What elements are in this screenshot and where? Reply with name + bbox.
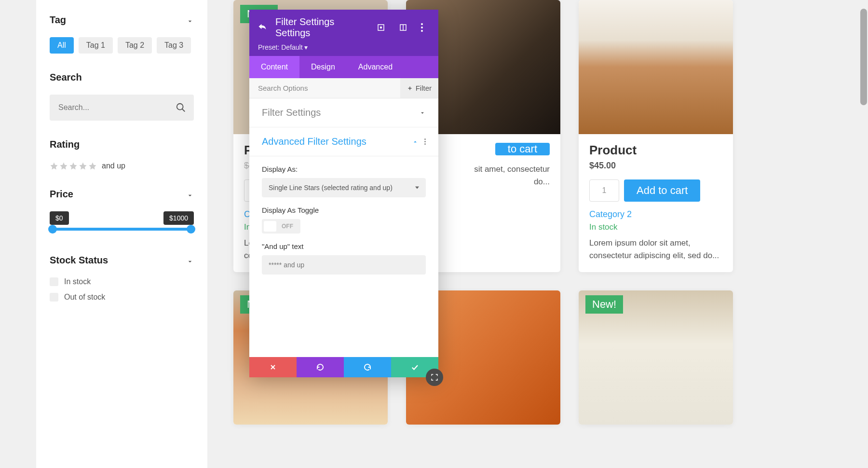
rating-suffix: and up bbox=[102, 162, 125, 170]
rating-filter[interactable]: and up bbox=[50, 162, 194, 170]
section-label: Advanced Filter Settings bbox=[262, 136, 366, 147]
back-icon[interactable] bbox=[258, 22, 267, 33]
product-price: $45.00 bbox=[589, 161, 722, 171]
tag-all[interactable]: All bbox=[50, 37, 74, 54]
stock-opt-label: In stock bbox=[64, 277, 91, 286]
add-to-cart-button[interactable]: to cart bbox=[495, 143, 550, 155]
price-label: Price bbox=[50, 189, 73, 200]
tag-title: Tag bbox=[50, 14, 194, 26]
tag-3[interactable]: Tag 3 bbox=[157, 37, 191, 54]
product-card: Product $45.00 Add to cart Category 2 In… bbox=[579, 0, 733, 272]
category-link[interactable]: Category 2 bbox=[589, 209, 722, 220]
product-title: Product bbox=[589, 143, 722, 158]
tag-2[interactable]: Tag 2 bbox=[118, 37, 152, 54]
resize-handle[interactable] bbox=[426, 369, 443, 386]
price-min: $0 bbox=[50, 211, 69, 225]
stock-label: Stock Status bbox=[50, 255, 108, 266]
modal-title: Filter Settings Settings bbox=[275, 16, 363, 39]
search-box bbox=[50, 95, 194, 121]
product-desc: Lorem ipsum dolor sit amet, consectetur … bbox=[589, 237, 722, 262]
display-toggle-label: Display As Toggle bbox=[262, 206, 426, 214]
search-label: Search bbox=[50, 72, 82, 83]
andup-label: "And up" text bbox=[262, 242, 426, 250]
filters-sidebar: Tag All Tag 1 Tag 2 Tag 3 Search Rating bbox=[36, 0, 207, 468]
modal-footer bbox=[249, 357, 438, 377]
tab-design[interactable]: Design bbox=[299, 56, 347, 78]
cancel-button[interactable] bbox=[249, 357, 297, 377]
chevron-down-icon bbox=[419, 110, 426, 116]
tag-1[interactable]: Tag 1 bbox=[79, 37, 113, 54]
chevron-up-icon bbox=[412, 138, 419, 145]
filter-btn-label: Filter bbox=[416, 84, 432, 92]
tab-content[interactable]: Content bbox=[249, 56, 299, 78]
more-icon[interactable] bbox=[421, 23, 430, 32]
search-input[interactable] bbox=[50, 95, 194, 121]
toggle-state: OFF bbox=[276, 223, 298, 230]
columns-icon[interactable] bbox=[399, 23, 407, 32]
andup-input[interactable] bbox=[262, 255, 426, 275]
preset-label[interactable]: Preset: Default ▾ bbox=[258, 43, 430, 51]
slider-handle-min[interactable] bbox=[48, 225, 57, 234]
display-as-label: Display As: bbox=[262, 165, 426, 173]
display-toggle[interactable]: OFF bbox=[262, 219, 300, 234]
modal-body: Display As: Single Line Stars (selected … bbox=[249, 156, 438, 357]
rating-title: Rating bbox=[50, 139, 194, 150]
svg-point-0 bbox=[177, 104, 183, 110]
price-title: Price bbox=[50, 189, 194, 200]
stars-icon bbox=[50, 162, 97, 170]
tag-label: Tag bbox=[50, 14, 66, 26]
modal-header: Filter Settings Settings Preset: Default… bbox=[249, 10, 438, 56]
chevron-down-icon[interactable] bbox=[186, 257, 194, 264]
section-label: Filter Settings bbox=[262, 107, 321, 118]
quantity-input[interactable] bbox=[589, 179, 619, 202]
stock-status: In stock bbox=[589, 222, 722, 232]
undo-button[interactable] bbox=[297, 357, 344, 377]
price-max: $1000 bbox=[163, 211, 194, 225]
product-card: New! bbox=[579, 290, 733, 425]
search-title: Search bbox=[50, 72, 194, 83]
chevron-down-icon[interactable] bbox=[186, 191, 194, 198]
stock-instock[interactable]: In stock bbox=[50, 277, 194, 286]
stock-title: Stock Status bbox=[50, 255, 194, 266]
more-icon[interactable] bbox=[424, 138, 426, 145]
stock-outstock[interactable]: Out of stock bbox=[50, 293, 194, 302]
add-to-cart-button[interactable]: Add to cart bbox=[624, 179, 700, 202]
product-image: New! bbox=[579, 290, 733, 425]
tag-list: All Tag 1 Tag 2 Tag 3 bbox=[50, 37, 194, 54]
filter-settings-modal: Filter Settings Settings Preset: Default… bbox=[249, 10, 438, 377]
search-options-input[interactable]: Search Options bbox=[249, 78, 400, 98]
svg-line-1 bbox=[182, 109, 185, 112]
chevron-down-icon[interactable] bbox=[186, 16, 194, 24]
search-icon[interactable] bbox=[176, 102, 186, 113]
svg-point-3 bbox=[380, 27, 382, 28]
display-as-select[interactable]: Single Line Stars (selected rating and u… bbox=[262, 178, 426, 197]
product-image bbox=[579, 0, 733, 134]
modal-tabs: Content Design Advanced bbox=[249, 56, 438, 78]
stock-opt-label: Out of stock bbox=[64, 293, 105, 302]
rating-label: Rating bbox=[50, 139, 80, 150]
redo-button[interactable] bbox=[344, 357, 391, 377]
section-filter-settings[interactable]: Filter Settings bbox=[249, 98, 438, 127]
checkbox-icon[interactable] bbox=[50, 293, 58, 302]
filter-button[interactable]: Filter bbox=[400, 78, 438, 98]
section-advanced-filter-settings[interactable]: Advanced Filter Settings bbox=[249, 127, 438, 156]
toggle-knob bbox=[264, 221, 276, 232]
tab-advanced[interactable]: Advanced bbox=[347, 56, 404, 78]
new-badge: New! bbox=[585, 295, 623, 314]
slider-handle-max[interactable] bbox=[187, 225, 195, 234]
options-search-bar: Search Options Filter bbox=[249, 78, 438, 98]
checkbox-icon[interactable] bbox=[50, 277, 58, 286]
expand-icon[interactable] bbox=[377, 23, 385, 32]
scrollbar-thumb[interactable] bbox=[860, 9, 867, 105]
price-slider[interactable]: $0 $1000 bbox=[50, 211, 194, 231]
